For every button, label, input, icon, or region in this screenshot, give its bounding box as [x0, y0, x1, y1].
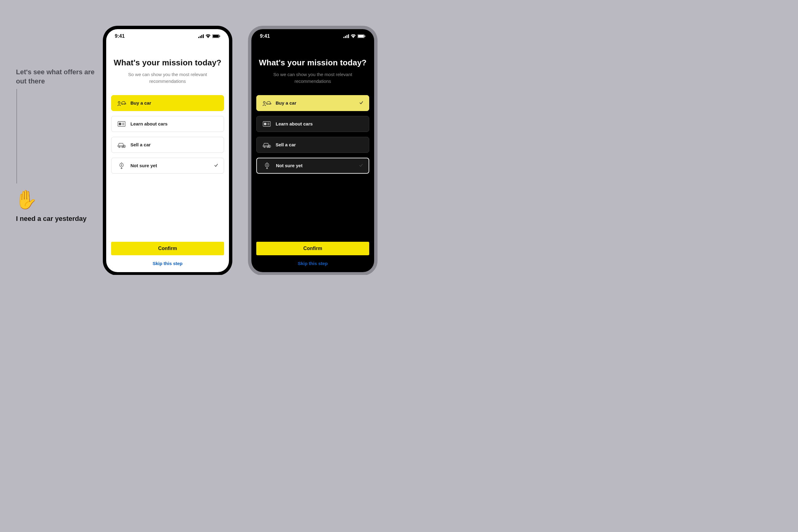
newspaper-icon: [262, 120, 271, 127]
svg-point-29: [263, 101, 265, 103]
option-buy-car[interactable]: Buy a car: [111, 95, 224, 111]
option-learn-cars[interactable]: Learn about cars: [256, 116, 369, 132]
option-label: Buy a car: [130, 100, 151, 106]
option-not-sure[interactable]: Not sure yet: [111, 158, 224, 174]
confirm-button[interactable]: Confirm: [256, 242, 369, 255]
svg-rect-5: [213, 35, 219, 38]
page-title: What's your mission today?: [256, 58, 369, 68]
option-label: Learn about cars: [276, 121, 313, 127]
sell-car-icon: $: [262, 141, 271, 148]
status-time: 9:41: [260, 34, 270, 39]
option-sell-car[interactable]: $ Sell a car: [256, 137, 369, 153]
svg-rect-27: [358, 35, 364, 38]
svg-rect-2: [201, 35, 202, 38]
svg-point-8: [122, 103, 123, 104]
bottom-actions: Confirm Skip this step: [111, 242, 224, 266]
option-sell-car[interactable]: $ Sell a car: [111, 137, 224, 153]
svg-rect-33: [264, 123, 266, 125]
svg-point-7: [118, 101, 120, 103]
phone-frame-dark: 9:41 What's your mission today? So we ca…: [248, 26, 377, 275]
cellular-icon: [344, 34, 349, 38]
page-title: What's your mission today?: [111, 58, 224, 68]
page-subtitle: So we can show you the most relevant rec…: [256, 71, 369, 85]
page-subtitle: So we can show you the most relevant rec…: [111, 71, 224, 85]
option-label: Not sure yet: [130, 163, 157, 168]
svg-rect-1: [200, 36, 201, 38]
sidebar-heading: Let's see what offers are out there: [16, 68, 96, 86]
option-label: Buy a car: [276, 100, 296, 106]
svg-point-30: [267, 103, 268, 104]
option-label: Sell a car: [276, 142, 296, 147]
option-learn-cars[interactable]: Learn about cars: [111, 116, 224, 132]
screen-light: 9:41 What's your mission today? So we ca…: [106, 29, 229, 272]
sidebar-annotation: Let's see what offers are out there: [16, 68, 96, 86]
skip-link[interactable]: Skip this step: [256, 261, 369, 266]
status-bar: 9:41: [252, 29, 374, 43]
option-label: Sell a car: [130, 142, 151, 147]
person-car-icon: [262, 100, 271, 107]
person-car-icon: [117, 100, 126, 107]
phone-frame-light: 9:41 What's your mission today? So we ca…: [103, 26, 233, 275]
content-area: What's your mission today? So we can sho…: [252, 43, 374, 174]
svg-point-21: [121, 165, 122, 166]
svg-rect-24: [347, 35, 348, 38]
svg-rect-6: [220, 36, 220, 37]
sidebar-caption: I need a car yesterday: [16, 215, 87, 223]
svg-rect-28: [365, 36, 365, 37]
options-list: Buy a car Learn about cars $ Sell a car: [256, 95, 369, 174]
confirm-button[interactable]: Confirm: [111, 242, 224, 255]
options-list: Buy a car Learn about cars $ Sell a car: [111, 95, 224, 174]
sell-car-icon: $: [117, 141, 126, 148]
skip-link[interactable]: Skip this step: [111, 261, 224, 266]
svg-rect-22: [344, 37, 345, 38]
check-icon: [214, 163, 218, 168]
option-buy-car[interactable]: Buy a car: [256, 95, 369, 111]
compass-icon: [262, 162, 272, 169]
status-icons: [198, 34, 220, 38]
svg-rect-3: [203, 34, 204, 38]
hand-emoji: ✋: [15, 189, 38, 210]
status-bar: 9:41: [106, 29, 229, 43]
option-label: Learn about cars: [130, 121, 168, 127]
svg-point-38: [264, 146, 265, 148]
svg-rect-11: [119, 123, 121, 125]
cellular-icon: [198, 34, 204, 38]
svg-point-31: [270, 103, 271, 104]
battery-icon: [212, 34, 220, 38]
option-not-sure[interactable]: Not sure yet: [256, 158, 369, 174]
option-label: Not sure yet: [276, 163, 303, 168]
newspaper-icon: [117, 120, 126, 127]
wifi-icon: [351, 34, 356, 38]
vertical-divider: [17, 89, 17, 184]
check-icon: [359, 163, 363, 168]
svg-rect-23: [345, 36, 346, 38]
status-icons: [344, 34, 366, 38]
content-area: What's your mission today? So we can sho…: [106, 43, 229, 174]
wifi-icon: [206, 34, 210, 38]
bottom-actions: Confirm Skip this step: [256, 242, 369, 266]
battery-icon: [357, 34, 366, 38]
svg-point-9: [124, 103, 125, 104]
status-time: 9:41: [115, 34, 125, 39]
svg-point-16: [119, 146, 120, 148]
check-icon: [359, 100, 364, 106]
svg-rect-25: [348, 34, 349, 38]
svg-point-43: [266, 165, 267, 166]
compass-icon: [117, 162, 126, 169]
svg-rect-0: [198, 37, 199, 38]
screen-dark: 9:41 What's your mission today? So we ca…: [252, 29, 374, 272]
